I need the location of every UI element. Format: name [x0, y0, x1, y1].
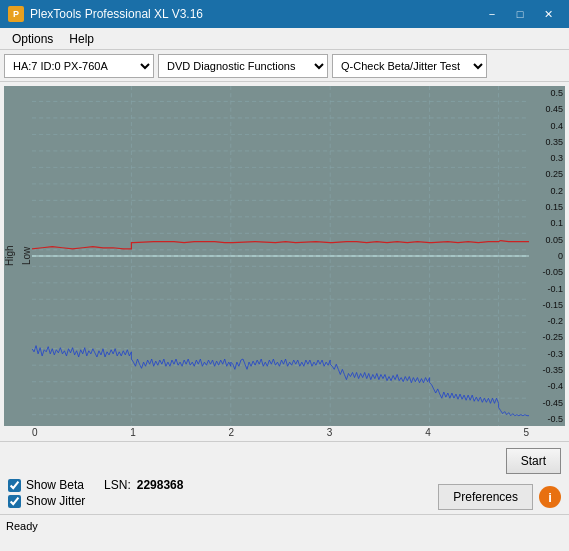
- start-button[interactable]: Start: [506, 448, 561, 474]
- menu-options[interactable]: Options: [4, 30, 61, 48]
- show-jitter-label: Show Jitter: [26, 494, 85, 508]
- x-labels: 0 1 2 3 4 5: [32, 426, 529, 439]
- window-controls: − □ ✕: [479, 4, 561, 24]
- info-button[interactable]: i: [539, 486, 561, 508]
- right-controls: Start Preferences i: [438, 448, 561, 510]
- show-beta-checkbox[interactable]: [8, 479, 21, 492]
- titlebar: P PlexTools Professional XL V3.16 − □ ✕: [0, 0, 569, 28]
- function-select[interactable]: DVD Diagnostic Functions: [158, 54, 328, 78]
- chart-container: High Low: [4, 86, 565, 426]
- lsn-value: 2298368: [137, 478, 184, 492]
- toolbar: HA:7 ID:0 PX-760A DVD Diagnostic Functio…: [0, 50, 569, 82]
- show-jitter-row: Show Jitter: [8, 494, 183, 508]
- preferences-button[interactable]: Preferences: [438, 484, 533, 510]
- y-high-label: High: [4, 246, 15, 267]
- close-button[interactable]: ✕: [535, 4, 561, 24]
- y-low-label: Low: [21, 247, 32, 265]
- lsn-label: LSN:: [104, 478, 131, 492]
- x-axis: 0 1 2 3 4 5: [4, 426, 565, 439]
- chart-plot: [32, 86, 529, 426]
- show-beta-row: Show Beta LSN: 2298368: [8, 478, 183, 492]
- y-right-axis: 0.5 0.45 0.4 0.35 0.3 0.25 0.2 0.15 0.1 …: [529, 86, 565, 426]
- show-jitter-checkbox[interactable]: [8, 495, 21, 508]
- minimize-button[interactable]: −: [479, 4, 505, 24]
- maximize-button[interactable]: □: [507, 4, 533, 24]
- menu-help[interactable]: Help: [61, 30, 102, 48]
- status-text: Ready: [6, 520, 38, 532]
- bottom-controls: Show Beta LSN: 2298368 Show Jitter Start…: [8, 448, 561, 510]
- menubar: Options Help: [0, 28, 569, 50]
- y-left-axis: High Low: [4, 86, 32, 426]
- show-beta-label: Show Beta: [26, 478, 84, 492]
- checkboxes-area: Show Beta LSN: 2298368 Show Jitter: [8, 478, 183, 510]
- app-title: PlexTools Professional XL V3.16: [30, 7, 479, 21]
- drive-select[interactable]: HA:7 ID:0 PX-760A: [4, 54, 154, 78]
- app-icon: P: [8, 6, 24, 22]
- statusbar: Ready: [0, 514, 569, 536]
- test-select[interactable]: Q-Check Beta/Jitter Test: [332, 54, 487, 78]
- bottom-panel: Show Beta LSN: 2298368 Show Jitter Start…: [0, 441, 569, 514]
